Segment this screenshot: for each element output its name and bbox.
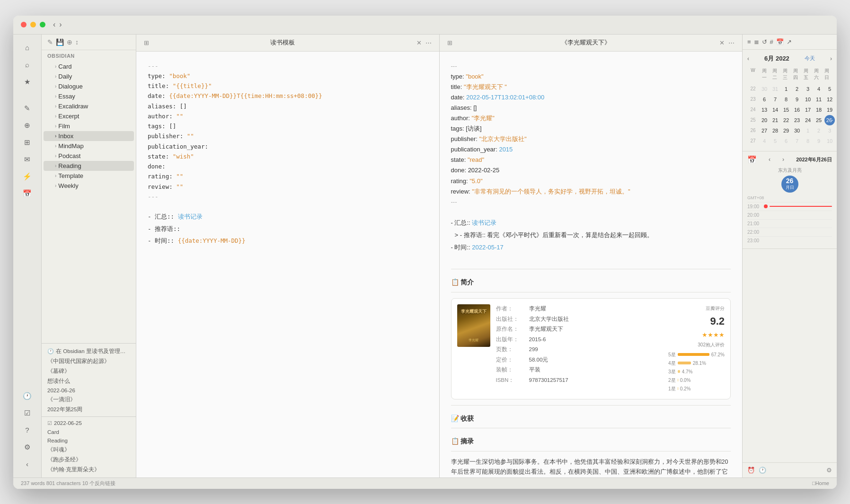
book-panel-grid-icon[interactable]: ⊞ [447,39,452,46]
cal-day-27[interactable]: 27 [759,125,770,136]
cal-day-2-next[interactable]: 2 [814,125,824,136]
tree-item-card[interactable]: ›Card [44,62,134,71]
add-icon[interactable]: ⊕ [67,38,72,46]
cal-next-icon[interactable]: › [830,55,832,62]
tree-item-podcast[interactable]: ›Podcast [44,151,134,161]
recent-item-11[interactable]: 《叫魂》 [42,445,136,455]
sidebar-link-icon[interactable]: ⊕ [20,118,35,133]
sidebar-home-icon[interactable]: ⌂ [20,40,35,55]
tree-item-essay[interactable]: ›Essay [44,91,134,101]
cal-day-5-next[interactable]: 5 [770,136,780,146]
cal-prev-icon[interactable]: ‹ [747,55,749,62]
cal-day-9[interactable]: 9 [792,94,802,105]
cal-week-num-27[interactable]: 27 [747,136,759,146]
sidebar-checkbox-icon[interactable]: ☑ [20,406,35,421]
cal-day-4[interactable]: 4 [814,84,824,94]
cal-week-num-26[interactable]: 26 [747,125,759,136]
maximize-button[interactable] [40,22,45,27]
toolbar-calendar-icon[interactable]: 📅 [776,38,784,45]
toolbar-checklist-icon[interactable]: ≣ [754,38,759,45]
cal-day-25[interactable]: 25 [814,115,824,125]
cal-day-3-next[interactable]: 3 [824,125,835,136]
cal-day-23[interactable]: 23 [792,115,802,125]
cal-day-4-next[interactable]: 4 [759,136,770,146]
recent-item-9[interactable]: Card [42,428,136,436]
tree-item-weekly[interactable]: ›Weekly [44,181,134,191]
cal-day-15[interactable]: 15 [781,105,791,115]
recent-item-13[interactable]: 《约翰·克里斯朵夫》 [42,465,136,475]
sidebar-clock-icon[interactable]: 🕐 [20,389,35,404]
recent-item-5[interactable]: 2022-06-26 [42,386,136,395]
sidebar-folder-icon[interactable]: ⊞ [20,135,35,150]
tree-item-inbox[interactable]: ›Inbox [44,131,134,141]
toolbar-share-icon[interactable]: ↗ [787,38,792,45]
cal-day-13[interactable]: 13 [759,105,770,115]
recent-item-7[interactable]: 2022年第25周 [42,405,136,415]
sidebar-question-icon[interactable]: ? [20,423,35,438]
cal-day-26-today[interactable]: 26• [824,115,835,125]
edit-icon[interactable]: ✎ [47,38,53,46]
tree-item-dialogue[interactable]: ›Dialogue [44,81,134,91]
clock-icon[interactable]: 🕐 [759,467,766,474]
tree-item-template[interactable]: ›Template [44,171,134,181]
cal-day-7[interactable]: 7 [770,94,780,105]
cal-day-8-next[interactable]: 8 [803,136,813,146]
tree-item-daily[interactable]: ›Daily [44,71,134,81]
day-prev-button[interactable]: ‹ [769,156,770,163]
cal-day-7-next[interactable]: 7 [792,136,802,146]
book-panel-rendered[interactable]: --- type: "book" title: "李光耀观天下 " date: … [440,52,743,477]
cal-week-num-23[interactable]: 23 [747,94,759,105]
cal-day-6-next[interactable]: 6 [781,136,791,146]
sidebar-collapse-icon[interactable]: ‹ [20,457,35,472]
cal-day-17[interactable]: 17 [803,105,813,115]
cal-day-8[interactable]: 8 [781,94,791,105]
recent-item-6[interactable]: 《一滴泪》 [42,395,136,405]
recent-item-10[interactable]: Reading [42,436,136,445]
cal-day-18[interactable]: 18 [814,105,824,115]
cal-day-1-next[interactable]: 1 [803,125,813,136]
cal-day-9-next[interactable]: 9 [814,136,824,146]
cal-week-num-25[interactable]: 25 [747,115,759,125]
settings-icon[interactable]: ⚙ [826,467,832,474]
recent-item-1[interactable]: 🕐在 Obsidian 里读书及管理… [42,346,136,356]
sidebar-calendar-icon[interactable]: 📅 [20,186,35,201]
cal-day-14[interactable]: 14 [770,105,780,115]
cal-day-5[interactable]: 5 [824,84,835,94]
cal-day-28[interactable]: 28 [770,125,780,136]
tree-item-excalidraw[interactable]: ›Excalidraw [44,101,134,111]
alarm-icon[interactable]: ⏰ [747,467,755,474]
cal-day-24[interactable]: 24 [803,115,813,125]
cal-day-11[interactable]: 11 [814,94,824,105]
cal-day-16[interactable]: 16 [792,105,802,115]
cal-day-30-prev[interactable]: 30 [759,84,770,94]
recent-item-2[interactable]: 《中国现代国家的起源》 [42,356,136,366]
recent-item-3[interactable]: 《墓碑》 [42,366,136,376]
toolbar-list-icon[interactable]: ≡ [747,38,751,45]
recent-item-12[interactable]: 《跑步圣经》 [42,455,136,465]
save-icon[interactable]: 💾 [56,38,64,46]
tree-item-reading[interactable]: ›Reading [44,161,134,171]
cal-day-20[interactable]: 20 [759,115,770,125]
cal-today-button[interactable]: 今天 [805,55,815,62]
sort-icon[interactable]: ↕ [75,38,79,46]
cal-day-22[interactable]: 22 [781,115,791,125]
tree-item-excerpt[interactable]: ›Excerpt [44,111,134,121]
sidebar-graph-icon[interactable]: ⚡ [20,169,35,184]
cal-day-31-prev[interactable]: 31 [770,84,780,94]
sidebar-inbox-icon[interactable]: ✉ [20,152,35,167]
cal-day-1[interactable]: 1 [781,84,791,94]
book-panel-close-icon[interactable]: ✕ [719,39,725,46]
sidebar-search-icon[interactable]: ⌕ [20,57,35,72]
recent-item-4[interactable]: 想读什么 [42,376,136,386]
template-panel-grid-icon[interactable]: ⊞ [144,39,149,46]
back-button[interactable]: ‹ [53,20,55,29]
cal-week-num-22[interactable]: 22 [747,84,759,94]
cal-day-21[interactable]: 21 [770,115,780,125]
close-button[interactable] [21,22,27,27]
sidebar-star-icon[interactable]: ★ [20,74,35,89]
template-panel-content[interactable]: --- type: "book" title: "{{title}}" date… [136,52,439,477]
cal-day-3[interactable]: 3 [803,84,813,94]
book-panel-more-icon[interactable]: ⋯ [728,39,735,46]
cal-day-6[interactable]: 6 [759,94,770,105]
cal-day-30[interactable]: 30 [792,125,802,136]
